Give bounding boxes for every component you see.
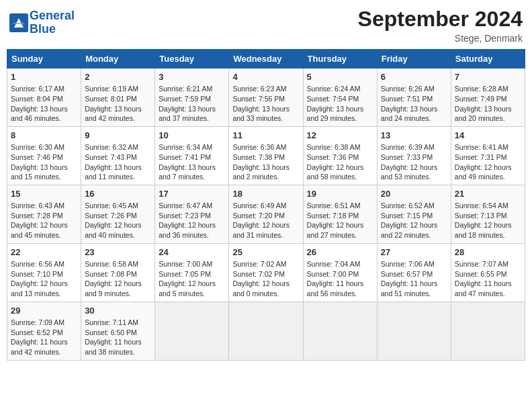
calendar-cell: 25Sunrise: 7:02 AM Sunset: 7:02 PM Dayli… <box>229 243 303 302</box>
weekday-header: Wednesday <box>229 50 303 68</box>
day-number: 11 <box>232 130 299 142</box>
day-info: Sunrise: 6:56 AM Sunset: 7:10 PM Dayligh… <box>11 259 77 299</box>
svg-rect-2 <box>13 23 25 24</box>
day-number: 3 <box>159 71 225 83</box>
day-number: 26 <box>307 246 373 259</box>
day-number: 22 <box>11 246 77 259</box>
day-number: 28 <box>455 246 521 259</box>
day-info: Sunrise: 7:06 AM Sunset: 6:57 PM Dayligh… <box>381 259 447 299</box>
day-number: 25 <box>232 246 299 259</box>
day-info: Sunrise: 6:36 AM Sunset: 7:38 PM Dayligh… <box>232 142 299 182</box>
day-number: 12 <box>307 130 373 142</box>
day-info: Sunrise: 6:17 AM Sunset: 8:04 PM Dayligh… <box>11 84 77 124</box>
day-info: Sunrise: 6:54 AM Sunset: 7:13 PM Dayligh… <box>455 201 521 240</box>
calendar-cell <box>377 302 451 360</box>
weekday-header: Monday <box>81 50 155 68</box>
calendar-cell: 30Sunrise: 7:11 AM Sunset: 6:50 PM Dayli… <box>81 302 155 360</box>
calendar-cell: 6Sunrise: 6:26 AM Sunset: 7:51 PM Daylig… <box>377 68 451 127</box>
month-title: September 2024 <box>358 7 523 32</box>
day-number: 19 <box>307 188 373 200</box>
calendar-cell: 15Sunrise: 6:43 AM Sunset: 7:28 PM Dayli… <box>7 185 81 243</box>
weekday-header: Sunday <box>7 50 81 68</box>
calendar-cell: 27Sunrise: 7:06 AM Sunset: 6:57 PM Dayli… <box>377 243 451 302</box>
day-info: Sunrise: 7:07 AM Sunset: 6:55 PM Dayligh… <box>455 259 521 299</box>
day-number: 16 <box>85 188 151 200</box>
day-info: Sunrise: 6:41 AM Sunset: 7:31 PM Dayligh… <box>455 142 521 182</box>
day-info: Sunrise: 6:28 AM Sunset: 7:49 PM Dayligh… <box>455 84 521 124</box>
calendar-cell <box>229 302 303 360</box>
calendar-cell: 26Sunrise: 7:04 AM Sunset: 7:00 PM Dayli… <box>303 243 377 302</box>
calendar-week-row: 15Sunrise: 6:43 AM Sunset: 7:28 PM Dayli… <box>7 185 525 243</box>
calendar-cell: 3Sunrise: 6:21 AM Sunset: 7:59 PM Daylig… <box>155 68 229 127</box>
day-number: 4 <box>232 71 299 83</box>
calendar-cell: 17Sunrise: 6:47 AM Sunset: 7:23 PM Dayli… <box>155 185 229 243</box>
calendar-cell: 18Sunrise: 6:49 AM Sunset: 7:20 PM Dayli… <box>229 185 303 243</box>
logo: General Blue <box>9 9 75 36</box>
day-number: 17 <box>159 188 225 200</box>
day-number: 8 <box>11 130 77 142</box>
day-info: Sunrise: 6:51 AM Sunset: 7:18 PM Dayligh… <box>307 201 373 240</box>
page-header: General Blue September 2024 Stege, Denma… <box>7 7 525 44</box>
calendar-cell: 2Sunrise: 6:19 AM Sunset: 8:01 PM Daylig… <box>81 68 155 127</box>
calendar-cell <box>155 302 229 360</box>
calendar-cell: 21Sunrise: 6:54 AM Sunset: 7:13 PM Dayli… <box>451 185 525 243</box>
day-info: Sunrise: 6:49 AM Sunset: 7:20 PM Dayligh… <box>232 201 299 240</box>
day-info: Sunrise: 7:09 AM Sunset: 6:52 PM Dayligh… <box>11 318 77 357</box>
day-info: Sunrise: 6:24 AM Sunset: 7:54 PM Dayligh… <box>307 84 373 124</box>
calendar-cell <box>451 302 525 360</box>
calendar-cell: 24Sunrise: 7:00 AM Sunset: 7:05 PM Dayli… <box>155 243 229 302</box>
day-info: Sunrise: 6:58 AM Sunset: 7:08 PM Dayligh… <box>85 259 151 299</box>
calendar-cell: 22Sunrise: 6:56 AM Sunset: 7:10 PM Dayli… <box>7 243 81 302</box>
day-number: 7 <box>455 71 521 83</box>
day-info: Sunrise: 6:26 AM Sunset: 7:51 PM Dayligh… <box>381 84 447 124</box>
calendar-cell: 16Sunrise: 6:45 AM Sunset: 7:26 PM Dayli… <box>81 185 155 243</box>
day-number: 2 <box>85 71 151 83</box>
day-info: Sunrise: 6:52 AM Sunset: 7:15 PM Dayligh… <box>381 201 447 240</box>
calendar-cell: 8Sunrise: 6:30 AM Sunset: 7:46 PM Daylig… <box>7 126 81 185</box>
day-number: 30 <box>85 305 151 317</box>
weekday-header: Thursday <box>303 50 377 68</box>
day-number: 29 <box>11 305 77 317</box>
day-number: 23 <box>85 246 151 259</box>
day-number: 20 <box>381 188 447 200</box>
day-number: 10 <box>159 130 225 142</box>
day-number: 18 <box>232 188 299 200</box>
calendar-cell: 29Sunrise: 7:09 AM Sunset: 6:52 PM Dayli… <box>7 302 81 360</box>
calendar-week-row: 29Sunrise: 7:09 AM Sunset: 6:52 PM Dayli… <box>7 302 525 360</box>
weekday-header: Saturday <box>451 50 525 68</box>
day-info: Sunrise: 7:11 AM Sunset: 6:50 PM Dayligh… <box>85 318 151 357</box>
day-number: 9 <box>85 130 151 142</box>
day-number: 5 <box>307 71 373 83</box>
day-info: Sunrise: 7:02 AM Sunset: 7:02 PM Dayligh… <box>232 259 299 299</box>
calendar-cell: 20Sunrise: 6:52 AM Sunset: 7:15 PM Dayli… <box>377 185 451 243</box>
day-number: 24 <box>159 246 225 259</box>
day-number: 14 <box>455 130 521 142</box>
calendar-cell: 1Sunrise: 6:17 AM Sunset: 8:04 PM Daylig… <box>7 68 81 127</box>
day-number: 21 <box>455 188 521 200</box>
calendar-cell: 5Sunrise: 6:24 AM Sunset: 7:54 PM Daylig… <box>303 68 377 127</box>
day-info: Sunrise: 6:47 AM Sunset: 7:23 PM Dayligh… <box>159 201 225 240</box>
day-info: Sunrise: 7:04 AM Sunset: 7:00 PM Dayligh… <box>307 259 373 299</box>
calendar-cell: 10Sunrise: 6:34 AM Sunset: 7:41 PM Dayli… <box>155 126 229 185</box>
day-info: Sunrise: 6:23 AM Sunset: 7:56 PM Dayligh… <box>232 84 299 124</box>
day-number: 13 <box>381 130 447 142</box>
day-info: Sunrise: 6:21 AM Sunset: 7:59 PM Dayligh… <box>159 84 225 124</box>
calendar-cell: 9Sunrise: 6:32 AM Sunset: 7:43 PM Daylig… <box>81 126 155 185</box>
calendar-cell <box>303 302 377 360</box>
logo-line1: General <box>30 9 75 22</box>
calendar-cell: 28Sunrise: 7:07 AM Sunset: 6:55 PM Dayli… <box>451 243 525 302</box>
day-info: Sunrise: 6:39 AM Sunset: 7:33 PM Dayligh… <box>381 142 447 182</box>
calendar-cell: 14Sunrise: 6:41 AM Sunset: 7:31 PM Dayli… <box>451 126 525 185</box>
calendar-cell: 11Sunrise: 6:36 AM Sunset: 7:38 PM Dayli… <box>229 126 303 185</box>
day-info: Sunrise: 6:32 AM Sunset: 7:43 PM Dayligh… <box>85 142 151 182</box>
day-info: Sunrise: 6:38 AM Sunset: 7:36 PM Dayligh… <box>307 142 373 182</box>
calendar-cell: 13Sunrise: 6:39 AM Sunset: 7:33 PM Dayli… <box>377 126 451 185</box>
day-info: Sunrise: 6:45 AM Sunset: 7:26 PM Dayligh… <box>85 201 151 240</box>
calendar-cell: 23Sunrise: 6:58 AM Sunset: 7:08 PM Dayli… <box>81 243 155 302</box>
logo-line2: Blue <box>30 22 56 36</box>
day-number: 6 <box>381 71 447 83</box>
day-number: 27 <box>381 246 447 259</box>
calendar-cell: 4Sunrise: 6:23 AM Sunset: 7:56 PM Daylig… <box>229 68 303 127</box>
day-info: Sunrise: 6:30 AM Sunset: 7:46 PM Dayligh… <box>11 142 77 182</box>
day-info: Sunrise: 6:43 AM Sunset: 7:28 PM Dayligh… <box>11 201 77 240</box>
